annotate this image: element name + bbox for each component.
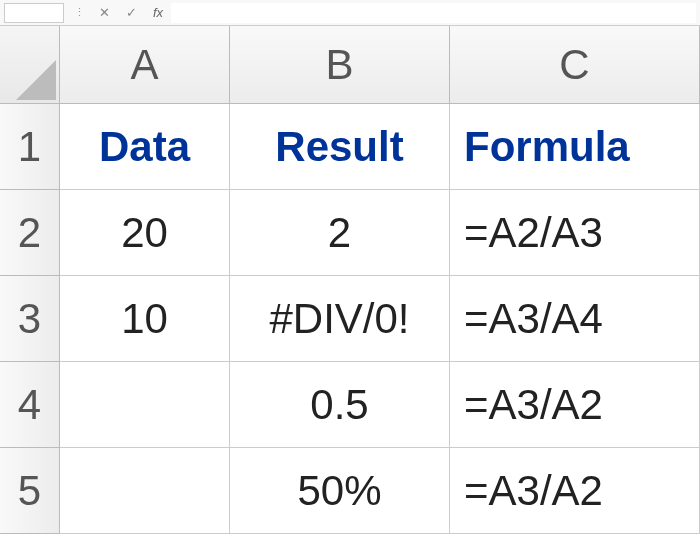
cell-b2[interactable]: 2 <box>230 190 450 276</box>
formula-input[interactable] <box>171 3 696 23</box>
cell-a5[interactable] <box>60 448 230 534</box>
cell-b4[interactable]: 0.5 <box>230 362 450 448</box>
row-header-5[interactable]: 5 <box>0 448 60 534</box>
cell-b1[interactable]: Result <box>230 104 450 190</box>
cell-a4[interactable] <box>60 362 230 448</box>
table-row: Data Result Formula <box>60 104 700 190</box>
fx-icon[interactable]: fx <box>153 5 163 20</box>
table-row: 0.5 =A3/A2 <box>60 362 700 448</box>
cell-c5[interactable]: =A3/A2 <box>450 448 700 534</box>
cells-area: Data Result Formula 20 2 =A2/A3 10 #DIV/… <box>60 104 700 534</box>
cell-a3[interactable]: 10 <box>60 276 230 362</box>
table-row: 10 #DIV/0! =A3/A4 <box>60 276 700 362</box>
column-headers: A B C <box>60 26 700 104</box>
row-header-3[interactable]: 3 <box>0 276 60 362</box>
cell-c3[interactable]: =A3/A4 <box>450 276 700 362</box>
column-header-b[interactable]: B <box>230 26 450 104</box>
formula-bar: ⋮ ✕ ✓ fx <box>0 0 700 26</box>
cell-a2[interactable]: 20 <box>60 190 230 276</box>
table-row: 20 2 =A2/A3 <box>60 190 700 276</box>
row-header-1[interactable]: 1 <box>0 104 60 190</box>
row-header-2[interactable]: 2 <box>0 190 60 276</box>
cell-b3[interactable]: #DIV/0! <box>230 276 450 362</box>
cell-a1[interactable]: Data <box>60 104 230 190</box>
table-row: 50% =A3/A2 <box>60 448 700 534</box>
column-header-a[interactable]: A <box>60 26 230 104</box>
column-header-c[interactable]: C <box>450 26 700 104</box>
separator: ⋮ <box>74 6 85 19</box>
name-box[interactable] <box>4 3 64 23</box>
cell-b5[interactable]: 50% <box>230 448 450 534</box>
enter-icon[interactable]: ✓ <box>126 5 137 20</box>
cell-c4[interactable]: =A3/A2 <box>450 362 700 448</box>
cell-c1[interactable]: Formula <box>450 104 700 190</box>
row-headers: 1 2 3 4 5 <box>0 104 60 534</box>
cell-c2[interactable]: =A2/A3 <box>450 190 700 276</box>
select-all-corner[interactable] <box>0 26 60 104</box>
row-header-4[interactable]: 4 <box>0 362 60 448</box>
cancel-icon[interactable]: ✕ <box>99 5 110 20</box>
